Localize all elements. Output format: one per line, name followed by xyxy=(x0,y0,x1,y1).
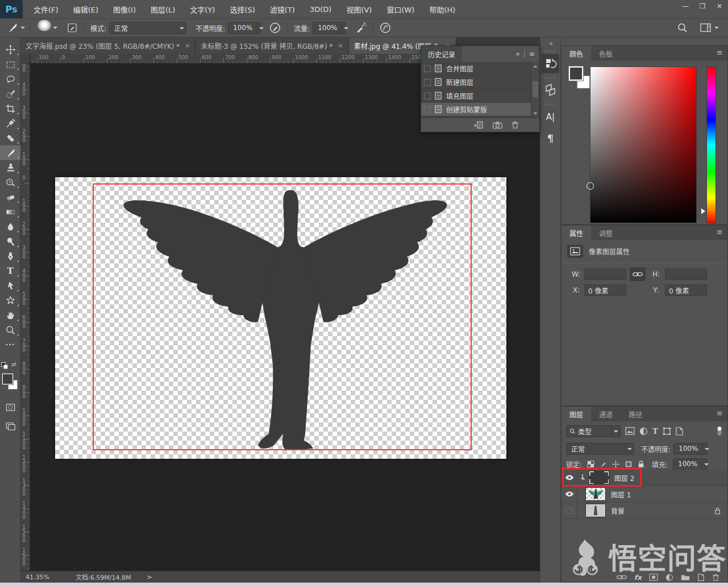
close-tab-icon[interactable]: × xyxy=(185,42,190,49)
brush-panel-toggle-icon[interactable] xyxy=(64,20,80,36)
close-tab-icon[interactable]: × xyxy=(338,42,343,49)
scroll-down-arrow[interactable] xyxy=(533,112,538,117)
layer-filter-dropdown[interactable]: 类型 xyxy=(566,425,621,437)
quick-mask-button[interactable] xyxy=(0,400,20,415)
canvas-pasteboard[interactable] xyxy=(30,64,540,571)
clone-stamp-tool[interactable] xyxy=(0,160,20,175)
layer1-thumbnail[interactable] xyxy=(585,487,606,501)
filter-adjustment-icon[interactable] xyxy=(639,427,648,436)
adjustment-layer-icon[interactable] xyxy=(665,574,673,581)
tab-swatches[interactable]: 色板 xyxy=(591,46,621,61)
tab-properties[interactable]: 属性 xyxy=(561,225,591,240)
tool-preset-chevron[interactable] xyxy=(20,25,26,31)
link-dimensions-icon[interactable] xyxy=(630,267,646,281)
layer-style-icon[interactable]: fx xyxy=(634,574,642,581)
close-button[interactable]: ✕ xyxy=(711,0,728,12)
gradient-tool[interactable] xyxy=(0,204,20,219)
layer-opacity-dropdown[interactable]: 100% xyxy=(673,443,708,455)
layer-row-background[interactable]: 背景 xyxy=(561,503,727,519)
dodge-tool[interactable] xyxy=(0,234,20,249)
tab-paths[interactable]: 路径 xyxy=(621,407,650,421)
new-document-from-state-icon[interactable] xyxy=(474,121,484,129)
quick-selection-tool[interactable] xyxy=(0,86,20,101)
zoom-tool[interactable] xyxy=(0,323,20,337)
menu-item-8[interactable]: 视图(V) xyxy=(339,0,379,18)
filter-smart-object-icon[interactable] xyxy=(676,427,683,436)
hand-tool[interactable] xyxy=(0,308,20,323)
opacity-dropdown[interactable]: 100% xyxy=(228,22,261,34)
search-icon[interactable] xyxy=(675,20,690,36)
ruler-origin[interactable] xyxy=(20,54,30,64)
minimize-button[interactable]: — xyxy=(677,0,694,12)
history-state-1[interactable]: 新建图层 xyxy=(421,76,532,89)
menu-item-4[interactable]: 文字(Y) xyxy=(182,0,222,18)
layer-fill-dropdown[interactable]: 100% xyxy=(673,458,707,470)
filter-type-icon[interactable]: T xyxy=(652,427,658,436)
eyedropper-tool[interactable] xyxy=(0,116,20,131)
visibility-toggle[interactable] xyxy=(561,503,577,518)
y-field[interactable]: 0 像素 xyxy=(665,284,707,296)
eraser-tool[interactable] xyxy=(0,190,20,204)
width-field[interactable] xyxy=(584,269,626,280)
smoothing-icon[interactable] xyxy=(377,20,394,36)
move-tool[interactable] xyxy=(0,42,20,57)
menu-item-10[interactable]: 帮助(H) xyxy=(422,0,463,18)
history-source-checkbox[interactable] xyxy=(424,106,431,113)
pressure-opacity-icon[interactable] xyxy=(267,20,284,36)
clone-source-panel-icon[interactable] xyxy=(542,81,559,100)
path-selection-tool[interactable] xyxy=(0,278,20,293)
panel-menu-icon[interactable]: ≡ xyxy=(717,225,727,240)
history-panel-title[interactable]: 历史记录 xyxy=(421,46,462,62)
custom-shape-tool[interactable] xyxy=(0,293,20,308)
height-field[interactable] xyxy=(665,269,707,280)
panel-menu-icon[interactable]: ≡ xyxy=(717,46,727,61)
saturation-brightness-field[interactable] xyxy=(590,66,697,223)
tab-layers[interactable]: 图层 xyxy=(561,407,591,421)
rectangular-marquee-tool[interactable] xyxy=(0,57,20,72)
menu-item-6[interactable]: 滤镜(T) xyxy=(263,0,302,18)
new-group-icon[interactable] xyxy=(681,574,690,581)
hue-slider-arrow[interactable] xyxy=(701,208,708,214)
history-source-checkbox[interactable] xyxy=(424,79,431,86)
menu-item-9[interactable]: 窗口(W) xyxy=(379,0,422,18)
document-tab-0[interactable]: 文字海报.psd @ 23% (图层 5, RGB/8#/CMYK) *× xyxy=(20,37,195,54)
menu-item-3[interactable]: 图层(L) xyxy=(143,0,182,18)
layer-blend-mode-dropdown[interactable]: 正常 xyxy=(566,443,634,455)
tab-adjustments[interactable]: 调整 xyxy=(591,225,621,240)
workspace-chevron[interactable] xyxy=(714,25,720,31)
crop-tool[interactable] xyxy=(0,101,20,116)
screen-mode-button[interactable] xyxy=(0,418,20,433)
new-snapshot-icon[interactable] xyxy=(493,121,502,129)
history-source-checkbox[interactable] xyxy=(424,93,431,99)
history-state-3[interactable]: 创建剪贴蒙版 xyxy=(421,103,532,116)
swap-colors-icon[interactable]: ⇄ xyxy=(11,361,16,367)
workspace-switcher-icon[interactable] xyxy=(697,20,714,36)
filter-shape-icon[interactable] xyxy=(663,427,671,436)
collapse-dock-icon[interactable]: « xyxy=(540,40,561,47)
vertical-ruler[interactable]: 5004003002001000100200300400500600700800… xyxy=(20,64,30,571)
tab-color[interactable]: 颜色 xyxy=(561,46,591,61)
link-layers-icon[interactable] xyxy=(617,574,627,580)
history-panel-icon[interactable] xyxy=(542,54,559,73)
visibility-toggle[interactable] xyxy=(561,486,577,502)
history-source-checkbox[interactable] xyxy=(424,65,431,72)
zoom-level-field[interactable]: 41.35% xyxy=(26,574,66,581)
character-panel-icon[interactable]: A| xyxy=(542,107,559,127)
flow-dropdown[interactable]: 100% xyxy=(313,22,346,34)
brush-picker-chevron[interactable] xyxy=(53,25,59,31)
blur-tool[interactable] xyxy=(0,219,20,234)
layer-row-layer1[interactable]: 图层 1 xyxy=(561,486,727,503)
lasso-tool[interactable] xyxy=(0,72,20,86)
panel-menu-icon[interactable]: ≡ xyxy=(529,50,535,58)
pen-tool[interactable] xyxy=(0,249,20,263)
menu-item-1[interactable]: 编辑(E) xyxy=(66,0,106,18)
lock-artboard-icon[interactable] xyxy=(625,461,633,468)
status-expand-icon[interactable]: > xyxy=(147,574,152,581)
new-layer-icon[interactable] xyxy=(697,574,705,581)
foreground-color-swatch[interactable] xyxy=(2,374,13,384)
background-thumbnail[interactable] xyxy=(585,504,606,517)
document-canvas[interactable] xyxy=(55,177,506,459)
layer-name[interactable]: 背景 xyxy=(611,506,625,516)
layer-name[interactable]: 图层 1 xyxy=(611,489,631,499)
panel-menu-icon[interactable]: ≡ xyxy=(717,407,727,421)
